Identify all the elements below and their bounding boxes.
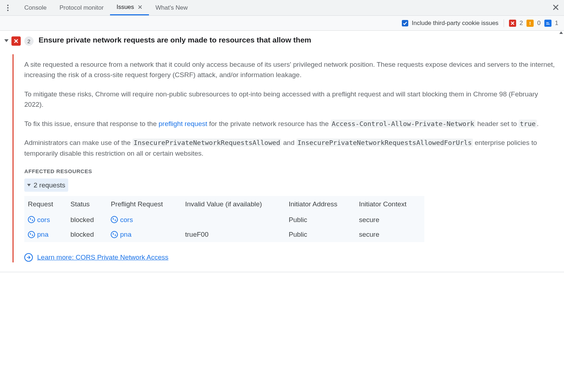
tab-label: Issues [116,4,134,11]
requests-summary-toggle[interactable]: 2 requests [24,179,68,192]
error-count: 2 [520,20,523,27]
cell-invalid [181,212,285,227]
network-icon [111,231,118,238]
issues-panel-scroll[interactable]: 2 Ensure private network requests are on… [0,31,564,392]
cell-invalid: trueF00 [181,227,285,242]
network-icon [28,231,35,238]
requests-summary-text: 2 requests [34,180,65,190]
network-icon [111,216,118,223]
error-icon[interactable] [509,20,516,27]
issue-paragraph: Administrators can make use of the Insec… [24,137,558,159]
svg-rect-4 [546,24,549,24]
col-request: Request [24,196,67,212]
tab-label: Protocol monitor [59,4,104,11]
network-icon [28,216,35,223]
cell-init-ctx: secure [355,212,424,227]
disclosure-triangle-icon[interactable] [4,39,9,42]
code-token: true [519,120,536,128]
col-status: Status [67,196,107,212]
disclosure-triangle-icon [27,184,31,186]
code-token: InsecurePrivateNetworkRequestsAllowedFor… [296,139,473,147]
tab-issues[interactable]: Issues ✕ [110,0,149,15]
tab-whats-new[interactable]: What's New [149,0,194,15]
close-drawer-button[interactable]: ✕ [552,0,560,15]
cell-init-addr: Public [285,212,355,227]
code-token: InsecurePrivateNetworkRequestsAllowed [133,139,281,147]
divider [0,272,564,272]
issue-paragraph: To mitigate these risks, Chrome will req… [24,89,558,110]
svg-rect-3 [530,24,530,25]
preflight-link[interactable]: pna [111,229,131,240]
tab-label: What's New [155,4,188,11]
arrow-right-circle-icon [24,253,33,262]
issues-toolbar: Include third-party cookie issues 2 0 1 [0,16,564,31]
devtools-drawer-tabbar: Console Protocol monitor Issues ✕ What's… [0,0,564,16]
preflight-request-link[interactable]: preflight request [159,120,207,127]
checkbox-icon [402,20,408,26]
request-link[interactable]: cors [28,215,50,225]
cell-status: blocked [67,212,107,227]
tab-console[interactable]: Console [18,0,53,15]
issue-paragraph: To fix this issue, ensure that response … [24,119,558,129]
tab-protocol-monitor[interactable]: Protocol monitor [53,0,110,15]
table-header-row: Request Status Preflight Request Invalid… [24,196,424,212]
col-invalid: Invalid Value (if available) [181,196,285,212]
learn-more-link[interactable]: Learn more: CORS Private Network Access [37,252,168,262]
warning-count: 0 [537,20,540,27]
cell-init-ctx: secure [355,227,424,242]
code-token: Access-Control-Allow-Private-Network [331,120,475,128]
preflight-link[interactable]: cors [111,215,133,225]
severity-counts: 2 0 1 [509,20,558,27]
svg-rect-5 [546,22,549,23]
learn-more-row: Learn more: CORS Private Network Access [24,252,558,262]
scroll-up-arrow-icon [559,31,563,34]
affected-requests-table: Request Status Preflight Request Invalid… [24,196,424,242]
col-init-ctx: Initiator Context [355,196,424,212]
col-init-addr: Initiator Address [285,196,355,212]
include-third-party-cookie-issues-checkbox[interactable]: Include third-party cookie issues [402,20,499,27]
separator [504,19,504,27]
cell-init-addr: Public [285,227,355,242]
more-tools-menu[interactable] [3,3,13,13]
info-icon[interactable] [544,20,551,27]
close-icon[interactable]: ✕ [138,4,143,10]
issue-item: 2 Ensure private network requests are on… [0,31,564,54]
table-row: pna blocked pna trueF00 [24,227,424,242]
checkbox-label: Include third-party cookie issues [412,20,499,27]
table-row: cors blocked cors [24,212,424,227]
issue-paragraph: A site requested a resource from a netwo… [24,59,558,80]
request-link[interactable]: pna [28,229,49,240]
tab-label: Console [24,4,46,11]
warning-icon[interactable] [526,20,534,27]
issue-count-pill: 2 [24,36,34,46]
issue-title: Ensure private network requests are only… [39,36,311,46]
svg-rect-2 [530,21,530,23]
affected-resources-label: AFFECTED RESOURCES [24,167,558,175]
error-badge-icon [11,36,21,46]
cell-status: blocked [67,227,107,242]
col-preflight: Preflight Request [107,196,181,212]
info-count: 1 [555,20,558,27]
issue-body: A site requested a resource from a netwo… [13,54,564,262]
